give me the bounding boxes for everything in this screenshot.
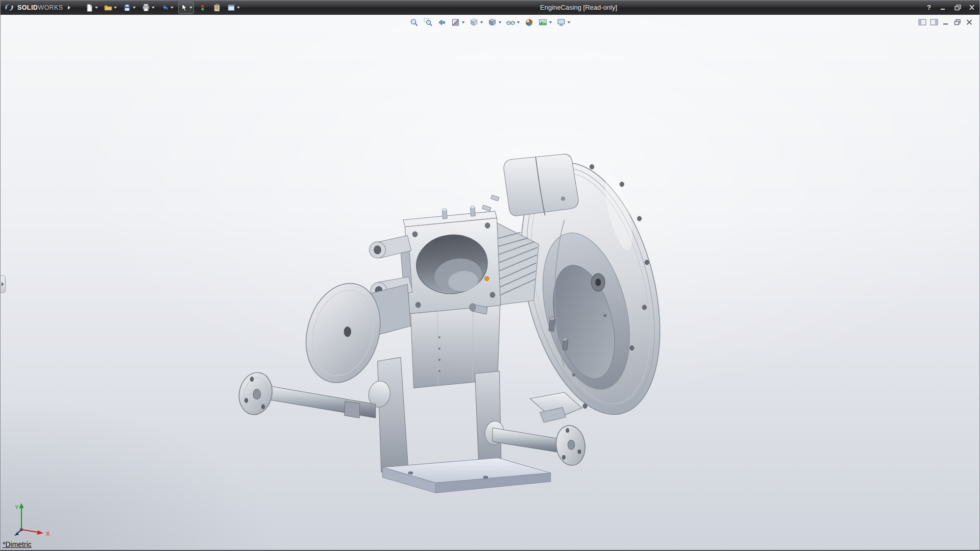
dropdown-caret-icon[interactable] <box>480 21 483 23</box>
solidworks-logo: SOLIDWORKS <box>0 0 67 15</box>
minimize-button[interactable] <box>938 3 948 12</box>
select-button[interactable] <box>178 2 194 14</box>
restore-button[interactable] <box>952 3 963 12</box>
featuremanager-collapsed-tab[interactable] <box>0 276 6 293</box>
dassault-systemes-swirl-icon <box>4 3 15 12</box>
scene-picture-icon <box>538 18 548 27</box>
apply-scene-button[interactable] <box>537 17 553 28</box>
y-axis-label: Y <box>15 504 19 510</box>
dropdown-caret-icon[interactable] <box>568 21 571 23</box>
undo-arrow-icon <box>161 4 169 12</box>
view-cube-icon <box>470 18 479 27</box>
pane-left-button[interactable] <box>918 18 927 26</box>
window-panel-icon <box>227 4 235 12</box>
menu-flyout-arrow[interactable] <box>68 6 70 10</box>
model-top-cover <box>482 154 578 216</box>
previous-view-arrow-icon <box>437 18 447 27</box>
close-icon <box>969 5 975 10</box>
dropdown-caret-icon[interactable] <box>499 21 502 23</box>
engine-casing-model[interactable] <box>0 0 980 551</box>
heads-up-view-toolbar <box>409 17 572 28</box>
dropdown-caret-icon[interactable] <box>114 7 117 9</box>
title-bar: SOLIDWORKS <box>0 0 980 15</box>
dropdown-caret-icon[interactable] <box>462 21 465 23</box>
close-button[interactable] <box>967 3 977 12</box>
dropdown-caret-icon[interactable] <box>95 7 98 9</box>
magnifier-icon <box>410 18 419 27</box>
pane-right-button[interactable] <box>929 18 939 26</box>
pane-left-icon <box>918 19 926 26</box>
view-settings-button[interactable] <box>556 17 572 28</box>
dropdown-caret-icon[interactable] <box>549 21 552 23</box>
display-style-cube-icon <box>488 18 497 27</box>
model-orange-marker <box>485 277 489 281</box>
doc-close-button[interactable] <box>965 18 974 26</box>
print-icon <box>142 4 150 12</box>
clipboard-icon <box>213 4 221 12</box>
hide-show-items-button[interactable] <box>505 17 521 28</box>
appearance-sphere-icon <box>525 18 534 27</box>
brand-solid: SOLID <box>17 4 38 11</box>
brand-works: WORKS <box>38 4 63 11</box>
magnifier-area-icon <box>424 18 433 27</box>
previous-view-button[interactable] <box>436 17 448 28</box>
doc-minimize-button[interactable] <box>941 18 950 26</box>
document-window-controls <box>918 18 974 26</box>
solidworks-wordmark: SOLIDWORKS <box>17 4 63 11</box>
close-icon <box>965 19 973 26</box>
print-button[interactable] <box>140 2 156 13</box>
view-orientation-label: *Dimetric <box>3 540 32 548</box>
dropdown-caret-icon[interactable] <box>152 7 155 9</box>
open-button[interactable] <box>103 2 118 13</box>
help-button[interactable]: ? <box>924 3 934 12</box>
expand-arrow-icon <box>2 282 4 286</box>
new-document-button[interactable] <box>84 2 100 13</box>
glasses-icon <box>506 18 516 27</box>
dropdown-caret-icon[interactable] <box>170 7 174 9</box>
window-controls: ? <box>924 0 977 15</box>
dropdown-caret-icon[interactable] <box>189 7 192 9</box>
dropdown-caret-icon[interactable] <box>237 7 240 9</box>
minimize-icon <box>940 5 946 10</box>
view-orientation-button[interactable] <box>469 17 484 28</box>
appearance-panel-button[interactable] <box>226 2 241 13</box>
x-axis-label: X <box>46 531 50 537</box>
edit-appearance-button[interactable] <box>524 17 535 28</box>
section-view-button[interactable] <box>450 17 466 28</box>
pane-right-icon <box>930 19 938 26</box>
zoom-to-fit-button[interactable] <box>409 17 420 28</box>
restore-icon <box>954 5 961 11</box>
save-button[interactable] <box>121 2 137 13</box>
open-folder-icon <box>104 4 112 12</box>
zoom-to-area-button[interactable] <box>423 17 434 28</box>
rebuild-button[interactable] <box>197 2 208 13</box>
save-floppy-icon <box>123 4 131 12</box>
document-title: EngineCasing [Read-only] <box>540 0 617 15</box>
minimize-icon <box>942 19 950 26</box>
doc-restore-button[interactable] <box>953 18 962 26</box>
undo-button[interactable] <box>159 2 175 13</box>
options-button[interactable] <box>211 2 223 13</box>
orientation-triad[interactable]: Y X <box>11 501 62 541</box>
select-cursor-icon <box>180 4 188 12</box>
quick-access-toolbar <box>84 0 241 15</box>
restore-icon <box>953 19 962 26</box>
traffic-light-icon <box>199 4 207 12</box>
display-style-button[interactable] <box>487 17 503 28</box>
dropdown-caret-icon[interactable] <box>517 21 520 23</box>
dropdown-caret-icon[interactable] <box>133 7 136 9</box>
monitor-icon <box>557 18 566 27</box>
model-cylinder-block <box>403 206 501 314</box>
new-document-icon <box>85 4 93 12</box>
section-view-icon <box>451 18 460 27</box>
